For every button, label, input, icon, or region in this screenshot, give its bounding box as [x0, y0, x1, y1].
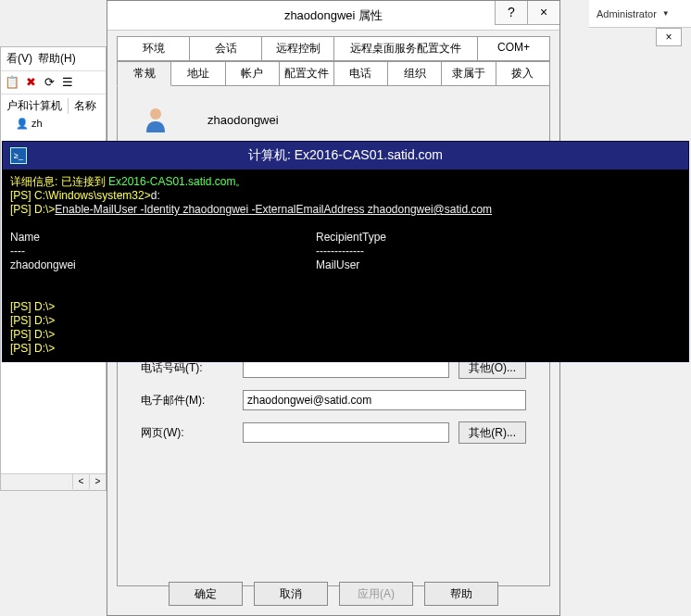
- scroll-left-icon[interactable]: <: [72, 474, 89, 489]
- delete-icon[interactable]: ✖: [23, 75, 38, 90]
- ps-row-name: zhaodongwei: [10, 258, 316, 272]
- menu-view[interactable]: 看(V): [6, 51, 32, 67]
- dialog-help-button[interactable]: ?: [495, 1, 527, 25]
- tab-env[interactable]: 环境: [117, 36, 190, 61]
- web-label: 网页(W):: [141, 425, 243, 441]
- ps-prompt: [PS]: [10, 342, 34, 355]
- ps-title-text: 计算机: Ex2016-CAS01.satid.com: [248, 147, 443, 164]
- ps-path: D:\>: [34, 342, 55, 355]
- tree-root[interactable]: 户和计算机: [6, 98, 62, 114]
- email-label: 电子邮件(M):: [141, 393, 243, 409]
- apply-button[interactable]: 应用(A): [339, 582, 413, 606]
- tab-dialin[interactable]: 拨入: [496, 61, 550, 86]
- ps-prompt: [PS]: [10, 328, 34, 341]
- properties-icon[interactable]: ☰: [60, 75, 75, 90]
- admin-dropdown[interactable]: Administrator ▼: [589, 0, 691, 28]
- tab-profile[interactable]: 配置文件: [279, 61, 333, 86]
- tab-address[interactable]: 地址: [170, 61, 225, 86]
- ps-console[interactable]: 详细信息: 已连接到 Ex2016-CAS01.satid.com。 [PS] …: [3, 170, 688, 361]
- web-other-button[interactable]: 其他(R)...: [459, 421, 526, 444]
- tab-org[interactable]: 组织: [387, 61, 442, 86]
- ps-prompt: [PS]: [10, 189, 34, 202]
- dialog-title: zhaodongwei 属性: [284, 7, 383, 24]
- ps-path: C:\Windows\system32>: [34, 189, 151, 202]
- web-input[interactable]: [243, 422, 449, 443]
- bg-window-close[interactable]: ×: [656, 28, 682, 46]
- admin-label: Administrator: [597, 8, 657, 19]
- ok-button[interactable]: 确定: [169, 582, 243, 606]
- help-button[interactable]: 帮助: [424, 582, 498, 606]
- ps-dash: ----: [10, 245, 316, 258]
- column-name: 名称: [68, 98, 96, 114]
- user-avatar-icon: [141, 105, 170, 134]
- ps-icon: ≥_: [10, 147, 27, 164]
- caret-down-icon: ▼: [662, 9, 670, 18]
- ps-path: D:\>: [34, 328, 55, 341]
- ps-cmd-enable: Enable-MailUser -Identity zhaodongwei -E…: [55, 203, 492, 216]
- ps-prompt: [PS]: [10, 203, 34, 216]
- email-input[interactable]: [243, 390, 526, 410]
- ps-path: D:\>: [34, 300, 55, 313]
- ps-path: D:\>: [34, 314, 55, 327]
- user-icon-small: 👤: [16, 118, 29, 129]
- scroll-right-icon[interactable]: >: [89, 474, 106, 489]
- refresh-icon[interactable]: ⟳: [42, 75, 57, 90]
- phone-label: 电话号码(T):: [141, 360, 243, 376]
- ps-prompt: [PS]: [10, 300, 34, 313]
- user-display-name: zhaodongwei: [207, 113, 279, 127]
- tab-general[interactable]: 常规: [117, 61, 171, 86]
- ps-dash: -------------: [316, 245, 364, 258]
- scrollbar[interactable]: < >: [1, 473, 106, 490]
- ps-info-prefix: 详细信息: 已连接到: [10, 175, 108, 188]
- bg-toolbar: 📋 ✖ ⟳ ☰: [1, 71, 106, 94]
- list-user-row[interactable]: zh: [31, 118, 43, 129]
- tab-account[interactable]: 帐户: [225, 61, 280, 86]
- powershell-window[interactable]: ≥_ 计算机: Ex2016-CAS01.satid.com 详细信息: 已连接…: [2, 141, 689, 362]
- dialog-titlebar[interactable]: zhaodongwei 属性 ? ×: [107, 1, 559, 31]
- ps-col-type: RecipientType: [316, 231, 386, 244]
- tab-memberof[interactable]: 隶属于: [441, 61, 496, 86]
- tab-rds-profile[interactable]: 远程桌面服务配置文件: [333, 36, 478, 61]
- menu-help[interactable]: 帮助(H): [38, 51, 76, 67]
- svg-point-0: [150, 108, 161, 119]
- ps-path: D:\>: [34, 203, 55, 216]
- ps-col-name: Name: [10, 231, 316, 245]
- tab-session[interactable]: 会话: [189, 36, 262, 61]
- ps-row-type: MailUser: [316, 258, 359, 271]
- ps-cmd: d:: [151, 189, 160, 202]
- tab-complus[interactable]: COM+: [477, 36, 550, 61]
- copy-icon[interactable]: 📋: [5, 75, 19, 90]
- tab-remote-control[interactable]: 远程控制: [261, 36, 334, 61]
- ps-titlebar[interactable]: ≥_ 计算机: Ex2016-CAS01.satid.com: [3, 142, 688, 170]
- ps-prompt: [PS]: [10, 314, 34, 327]
- ps-info-host: Ex2016-CAS01.satid.com。: [108, 175, 246, 188]
- tab-phone[interactable]: 电话: [333, 61, 388, 86]
- dialog-close-button[interactable]: ×: [527, 1, 559, 25]
- cancel-button[interactable]: 取消: [254, 582, 328, 606]
